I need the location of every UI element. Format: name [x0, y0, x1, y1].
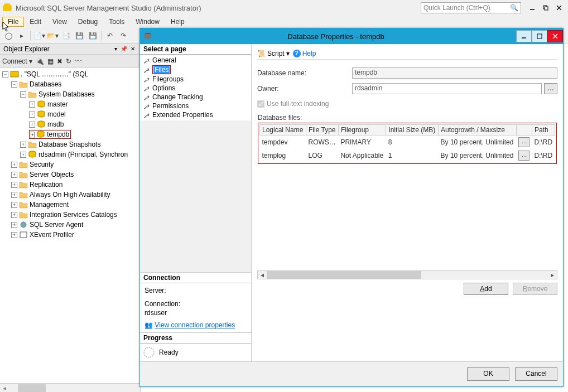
folder-icon	[19, 161, 28, 168]
ok-button[interactable]: OK	[467, 367, 509, 381]
agent-node[interactable]: SQL Server Agent	[30, 221, 83, 229]
table-row[interactable]: tempdev ROWS… PRIMARY 8 By 10 percent, U…	[260, 135, 555, 149]
col-filegroup[interactable]: Filegroup	[338, 125, 386, 135]
master-node[interactable]: master	[47, 100, 68, 108]
expand-icon[interactable]: −	[2, 71, 8, 78]
copy-button[interactable]: 📑	[60, 30, 72, 42]
expand-icon[interactable]: +	[11, 182, 17, 188]
object-explorer-header: Object Explorer ▾ 📌 ✕	[0, 43, 140, 55]
menu-debug[interactable]: Debug	[73, 17, 103, 27]
tempdb-node[interactable]: tempdb	[47, 130, 69, 138]
expand-icon[interactable]: +	[11, 232, 17, 238]
server-objects-node[interactable]: Server Objects	[30, 171, 74, 178]
expand-icon[interactable]: +	[11, 192, 17, 198]
expand-icon[interactable]: +	[11, 162, 17, 168]
col-initsize[interactable]: Initial Size (MB)	[386, 125, 439, 135]
dialog-maximize-button[interactable]	[532, 30, 547, 42]
dialog-titlebar[interactable]: Database Properties - tempdb	[140, 28, 563, 44]
open-button[interactable]: 📂▾	[46, 30, 59, 42]
col-autogrowth[interactable]: Autogrowth / Maxsize	[439, 125, 517, 135]
system-databases-node[interactable]: System Databases	[38, 90, 95, 98]
menu-help[interactable]: Help	[165, 17, 190, 27]
page-general[interactable]: General	[140, 56, 251, 65]
always-on-node[interactable]: Always On High Availability	[30, 191, 110, 199]
grid-hscrollbar[interactable]: ◂ ▸	[257, 270, 557, 279]
page-permissions[interactable]: Permissions	[140, 101, 251, 110]
page-files[interactable]: Files	[140, 65, 251, 75]
owner-browse-button[interactable]: …	[544, 83, 557, 94]
scroll-left-icon[interactable]: ◂	[258, 271, 267, 279]
main-minimize-button[interactable]	[526, 2, 539, 13]
database-files-grid[interactable]: Logical Name File Type Filegroup Initial…	[258, 123, 557, 164]
undo-button[interactable]: ↶	[104, 30, 116, 42]
owner-input[interactable]: rdsadmin	[352, 83, 542, 94]
page-change-tracking[interactable]: Change Tracking	[140, 93, 251, 101]
main-close-button[interactable]	[552, 2, 566, 13]
expand-icon[interactable]: +	[20, 142, 26, 148]
security-node[interactable]: Security	[30, 161, 54, 168]
col-filetype[interactable]: File Type	[306, 125, 339, 135]
isc-node[interactable]: Integration Services Catalogs	[30, 211, 117, 219]
save-all-button[interactable]: 💾	[86, 30, 99, 42]
panel-dropdown-icon[interactable]: ▾	[113, 46, 119, 52]
menu-tools[interactable]: Tools	[103, 17, 130, 27]
panel-close-icon[interactable]: ✕	[129, 46, 137, 52]
help-button[interactable]: ?Help	[293, 50, 316, 57]
col-path[interactable]: Path	[532, 125, 555, 135]
save-button[interactable]: 💾	[73, 30, 85, 42]
xevent-node[interactable]: XEvent Profiler	[30, 231, 74, 239]
expand-icon[interactable]: +	[29, 112, 35, 118]
dialog-close-button[interactable]	[547, 30, 563, 42]
scroll-thumb[interactable]	[267, 271, 421, 279]
databases-node[interactable]: Databases	[30, 80, 61, 88]
expand-icon[interactable]: +	[11, 172, 17, 178]
connect-button[interactable]: Connect ▾	[2, 57, 32, 65]
rdsadmin-node[interactable]: rdsadmin (Principal, Synchron	[38, 151, 128, 158]
expand-icon[interactable]: +	[29, 122, 35, 128]
main-maximize-button[interactable]	[539, 2, 552, 13]
col-logical[interactable]: Logical Name	[260, 125, 306, 135]
page-options[interactable]: Options	[140, 84, 251, 93]
model-node[interactable]: model	[47, 110, 66, 118]
quick-launch-input[interactable]: Quick Launch (Ctrl+Q) 🔍	[421, 2, 521, 13]
view-connection-link[interactable]: View connection properties	[155, 321, 235, 329]
autogrowth-edit-button[interactable]: …	[518, 137, 530, 147]
nav-fwd-button[interactable]: ▸	[16, 30, 28, 42]
page-filegroups[interactable]: Filegroups	[140, 75, 251, 84]
stop-icon[interactable]: ✖	[57, 57, 62, 65]
filter-icon[interactable]: 🔌	[36, 57, 44, 65]
expand-icon[interactable]: +	[31, 132, 35, 138]
scroll-right-icon[interactable]: ▸	[548, 271, 557, 279]
cancel-button[interactable]: Cancel	[515, 367, 557, 381]
new-query-button[interactable]: 📄▾	[33, 30, 45, 42]
chevron-down-icon: ▾	[286, 50, 290, 57]
server-node[interactable]: . "SQL …………" (SQL	[21, 70, 88, 78]
menu-edit[interactable]: Edit	[24, 17, 47, 27]
expand-icon[interactable]: −	[20, 91, 26, 98]
object-explorer-tree[interactable]: −. "SQL …………" (SQL −Databases −System Da…	[0, 68, 140, 383]
add-button[interactable]: Add	[464, 283, 508, 295]
expand-icon[interactable]: +	[29, 101, 35, 108]
management-node[interactable]: Management	[30, 201, 69, 209]
table-row[interactable]: templog LOG Not Applicable 1 By 10 perce…	[260, 149, 555, 162]
page-extended[interactable]: Extended Properties	[140, 110, 251, 119]
expand-icon[interactable]: +	[11, 222, 17, 228]
panel-pin-icon[interactable]: 📌	[119, 46, 129, 52]
expand-icon[interactable]: +	[11, 212, 17, 218]
expand-icon[interactable]: +	[11, 202, 17, 208]
dialog-minimize-button[interactable]	[516, 30, 532, 42]
autogrowth-edit-button[interactable]: …	[518, 151, 530, 161]
script-button[interactable]: 📜Script ▾	[257, 50, 290, 57]
msdb-node[interactable]: msdb	[47, 120, 64, 128]
expand-icon[interactable]: −	[11, 81, 17, 88]
menu-window[interactable]: Window	[130, 17, 165, 27]
replication-node[interactable]: Replication	[30, 181, 62, 188]
activity-icon[interactable]: 〰	[75, 57, 81, 65]
snapshots-node[interactable]: Database Snapshots	[38, 141, 100, 148]
redo-button[interactable]: ↷	[117, 30, 129, 42]
object-explorer-hscrollbar[interactable]: ◂	[0, 383, 140, 392]
menu-view[interactable]: View	[47, 17, 73, 27]
expand-icon[interactable]: +	[20, 152, 26, 158]
filter2-icon[interactable]: ▦	[47, 57, 54, 65]
refresh-icon[interactable]: ↻	[66, 57, 71, 65]
